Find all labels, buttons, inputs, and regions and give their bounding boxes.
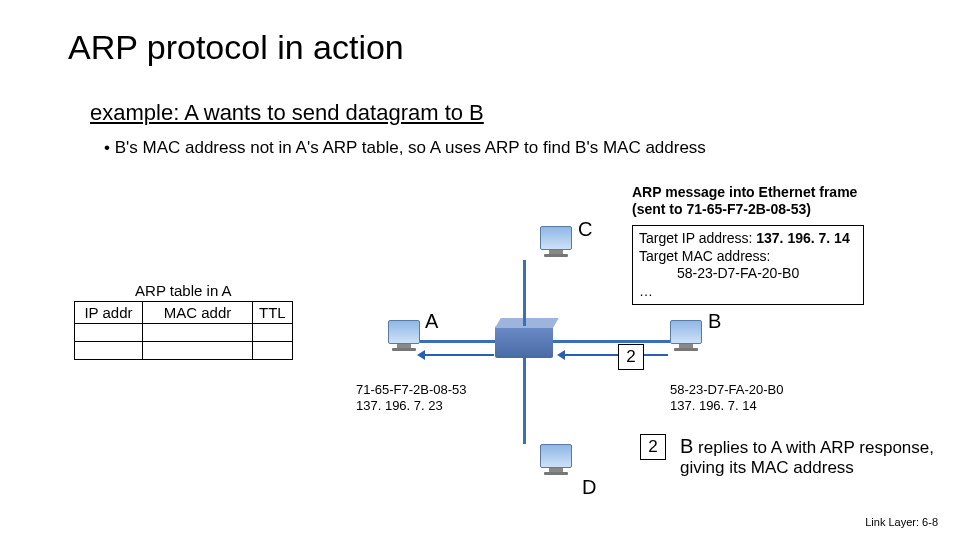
switch-icon (495, 326, 553, 358)
tip-value: 137. 196. 7. 14 (756, 230, 849, 246)
reply-rest: replies to A with ARP response, giving i… (680, 438, 934, 477)
node-a-label: A (425, 310, 438, 333)
step-2b: 2 (640, 434, 666, 460)
arp-table-grid: IP addr MAC addr TTL (74, 301, 293, 360)
slide-footer: Link Layer: 6-8 (865, 516, 938, 528)
pc-c-icon (540, 226, 572, 257)
tip-label: Target IP address: (639, 230, 752, 246)
col-ttl: TTL (253, 302, 293, 324)
addr-b-ip: 137. 196. 7. 14 (670, 398, 783, 414)
step-2a: 2 (618, 344, 644, 370)
link-d (523, 358, 526, 444)
reply-text: B replies to A with ARP response, giving… (680, 434, 940, 479)
tmac-label: Target MAC address: (639, 248, 857, 266)
pc-a-icon (388, 320, 420, 351)
tmac-value: 58-23-D7-FA-20-B0 (639, 265, 857, 283)
arp-msg-title-l2: (sent to 71-65-F7-2B-08-53) (632, 201, 857, 218)
bullet-1: B's MAC address not in A's ARP table, so… (104, 138, 706, 158)
addr-a-mac: 71-65-F7-2B-08-53 (356, 382, 467, 398)
reply-b: B (680, 435, 693, 457)
node-d-label: D (582, 476, 596, 499)
slide-title: ARP protocol in action (68, 28, 404, 67)
pc-b-icon (670, 320, 702, 351)
tip-line: Target IP address: 137. 196. 7. 14 (639, 230, 857, 248)
addr-a: 71-65-F7-2B-08-53 137. 196. 7. 23 (356, 382, 467, 413)
arrow-to-a (420, 354, 494, 356)
addr-a-ip: 137. 196. 7. 23 (356, 398, 467, 414)
addr-b-mac: 58-23-D7-FA-20-B0 (670, 382, 783, 398)
arp-msg-title: ARP message into Ethernet frame (sent to… (632, 184, 857, 218)
msg-dots: … (639, 283, 857, 301)
arp-table: ARP table in A IP addr MAC addr TTL (74, 282, 293, 360)
link-b (553, 340, 670, 343)
link-c (523, 260, 526, 326)
col-ip: IP addr (75, 302, 143, 324)
link-a (420, 340, 495, 343)
node-b-label: B (708, 310, 721, 333)
col-mac: MAC addr (143, 302, 253, 324)
arp-msg-box: Target IP address: 137. 196. 7. 14 Targe… (632, 225, 864, 305)
arp-msg-title-l1: ARP message into Ethernet frame (632, 184, 857, 201)
addr-b: 58-23-D7-FA-20-B0 137. 196. 7. 14 (670, 382, 783, 413)
node-c-label: C (578, 218, 592, 241)
pc-d-icon (540, 444, 572, 475)
slide-subtitle: example: A wants to send datagram to B (90, 100, 484, 126)
arp-table-title: ARP table in A (74, 282, 293, 301)
arrow-b-to-switch (560, 354, 668, 356)
